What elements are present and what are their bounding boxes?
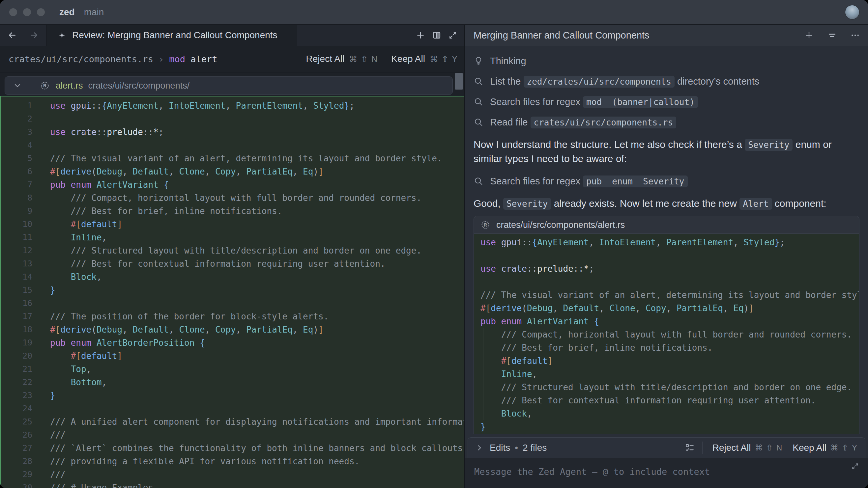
minimize-button[interactable]	[23, 8, 31, 16]
line-number: 12	[1, 244, 36, 257]
new-tab-icon[interactable]	[415, 30, 426, 40]
code-line[interactable]: 16	[1, 297, 464, 310]
tab-review[interactable]: Review: Merging Banner and Callout Compo…	[46, 25, 297, 46]
code-line[interactable]: 8 /// Compact, horizontal layout with fu…	[1, 191, 464, 204]
code-line[interactable]: 28/// providing a flexible API for vario…	[1, 455, 464, 468]
edits-reject-all-button[interactable]: Reject All ⌘ ⇧ N	[712, 443, 783, 453]
message-composer[interactable]: Message the Zed Agent — @ to include con…	[465, 458, 868, 488]
code-line[interactable]: 9 /// Best for brief, inline notificatio…	[1, 204, 464, 218]
chevron-down-icon[interactable]	[13, 81, 22, 90]
code-line[interactable]: 25/// A unified alert component for disp…	[1, 415, 464, 428]
line-number: 15	[1, 284, 36, 297]
code-line[interactable]: 15}	[1, 284, 464, 297]
breadcrumb-file[interactable]: crates/ui/src/components.rs	[8, 54, 153, 64]
edits-keep-all-button[interactable]: Keep All ⌘ ⇧ Y	[793, 443, 858, 453]
breadcrumb-separator: ›	[158, 54, 164, 64]
code-line[interactable]: 30/// # Usage Examples	[1, 481, 464, 488]
tool-call-label: Read file crates/ui/src/components.rs	[490, 117, 676, 128]
code-line[interactable]: 1use gpui::{AnyElement, IntoElement, Par…	[1, 99, 464, 112]
excerpt-filepath: crates/ui/src/components/	[88, 81, 190, 91]
main-split: Review: Merging Banner and Callout Compo…	[0, 25, 868, 488]
expand-pane-icon[interactable]	[448, 30, 458, 40]
code-line[interactable]: 17/// The position of the border for blo…	[1, 310, 464, 323]
keep-all-button[interactable]: Keep All ⌘ ⇧ Y	[391, 54, 458, 64]
code-line[interactable]: 26///	[1, 428, 464, 442]
tool-call-row[interactable]: Search files for regex mod (banner|callo…	[473, 92, 860, 112]
inline-code: crates/ui/src/components.rs	[531, 117, 677, 128]
code-line[interactable]: 2	[1, 112, 464, 126]
code-line[interactable]: 11 Inline,	[1, 231, 464, 244]
line-number: 14	[1, 270, 36, 284]
edits-reject-shortcut: ⌘ ⇧ N	[755, 443, 783, 452]
tool-call-row[interactable]: Read file crates/ui/src/components.rs	[473, 112, 860, 132]
zoom-button[interactable]	[37, 8, 45, 16]
tool-call-row[interactable]: List the zed/crates/ui/src/components di…	[473, 71, 860, 92]
editor-surface[interactable]: R alert.rs crates/ui/src/components/ 1us…	[0, 72, 464, 488]
line-number: 29	[1, 468, 36, 481]
expand-composer-icon[interactable]	[851, 462, 860, 470]
breadcrumb[interactable]: crates/ui/src/components.rs › mod alert	[8, 54, 217, 64]
edit-file-card-header[interactable]: R crates/ui/src/components/alert.rs	[474, 216, 859, 234]
code-line[interactable]: 12 /// Structured layout with title/desc…	[1, 244, 464, 257]
code-line[interactable]: 24	[1, 402, 464, 415]
code-line[interactable]: 7pub enum AlertVariant {	[1, 178, 464, 191]
assistant-paragraph: Now I understand the structure. Let me a…	[473, 138, 860, 166]
code-line[interactable]: 29///	[1, 468, 464, 481]
code-line[interactable]: 27/// `Alert` combines the functionality…	[1, 442, 464, 455]
app-title[interactable]: zed	[59, 7, 75, 18]
tool-call-row[interactable]: Search files for regex pub enum Severity	[473, 171, 860, 191]
code-line[interactable]: 18#[derive(Debug, Default, Clone, Copy, …	[1, 323, 464, 336]
edit-file-card[interactable]: R crates/ui/src/components/alert.rs use …	[473, 216, 860, 434]
user-avatar[interactable]	[845, 5, 860, 20]
back-icon[interactable]	[7, 30, 17, 40]
split-pane-icon[interactable]	[432, 30, 441, 40]
tool-call-label: Search files for regex mod (banner|callo…	[490, 96, 698, 107]
code-line[interactable]: 3use crate::prelude::*;	[1, 126, 464, 139]
editor-code[interactable]: 1use gpui::{AnyElement, IntoElement, Par…	[0, 96, 464, 488]
forward-icon[interactable]	[29, 30, 39, 40]
code-line[interactable]: 13 /// Best for contextual information r…	[1, 257, 464, 270]
code-line[interactable]: 23}	[1, 389, 464, 402]
line-number: 1	[1, 99, 36, 112]
thread-history-icon[interactable]	[827, 30, 837, 40]
diff-code-line: }	[480, 420, 859, 433]
reject-all-button[interactable]: Reject All ⌘ ⇧ N	[306, 54, 378, 64]
edits-dot: •	[515, 443, 518, 453]
code-line[interactable]: 6#[derive(Debug, Default, Clone, Copy, P…	[1, 165, 464, 178]
thread-title[interactable]: Merging Banner and Callout Components	[473, 30, 804, 41]
code-line[interactable]: 19pub enum AlertBorderPosition {	[1, 336, 464, 349]
code-line[interactable]: 10 #[default]	[1, 218, 464, 231]
agent-panel-header: Merging Banner and Callout Components	[465, 25, 868, 46]
editor-scrollbar-thumb[interactable]	[455, 73, 463, 90]
nav-buttons	[0, 25, 46, 46]
composer-placeholder: Message the Zed Agent — @ to include con…	[474, 466, 710, 477]
sparkle-icon	[58, 31, 66, 39]
editor-code-lines: 1use gpui::{AnyElement, IntoElement, Par…	[1, 99, 464, 488]
tool-call-row[interactable]: Thinking	[473, 51, 860, 71]
excerpt-file-header[interactable]: R alert.rs crates/ui/src/components/	[5, 76, 453, 95]
chevron-right-icon[interactable]	[475, 444, 484, 452]
code-line[interactable]: 20 #[default]	[1, 349, 464, 362]
more-options-icon[interactable]	[850, 30, 860, 40]
close-button[interactable]	[9, 8, 17, 16]
review-checklist-icon[interactable]	[684, 443, 695, 453]
code-line[interactable]: 5/// The visual variant of an alert, det…	[1, 152, 464, 165]
line-number: 24	[1, 402, 36, 415]
diff-code-line: use crate::prelude::*;	[480, 262, 859, 275]
lightbulb-icon	[473, 56, 484, 66]
line-number: 30	[1, 481, 36, 488]
code-line[interactable]: 21 Top,	[1, 362, 464, 376]
diff-code-line: use gpui::{AnyElement, IntoElement, Pare…	[480, 236, 859, 249]
code-line[interactable]: 4	[1, 139, 464, 152]
branch-label[interactable]: main	[84, 7, 104, 18]
edits-label[interactable]: Edits	[490, 443, 510, 453]
line-number: 23	[1, 389, 36, 402]
line-number: 4	[1, 139, 36, 152]
tab-actions	[409, 25, 464, 46]
search-icon	[473, 117, 484, 127]
reject-all-shortcut: ⌘ ⇧ N	[349, 54, 378, 64]
new-thread-icon[interactable]	[804, 30, 814, 40]
code-line[interactable]: 22 Bottom,	[1, 376, 464, 389]
diff-code-line: /// Best for contextual information requ…	[480, 394, 859, 407]
code-line[interactable]: 14 Block,	[1, 270, 464, 284]
